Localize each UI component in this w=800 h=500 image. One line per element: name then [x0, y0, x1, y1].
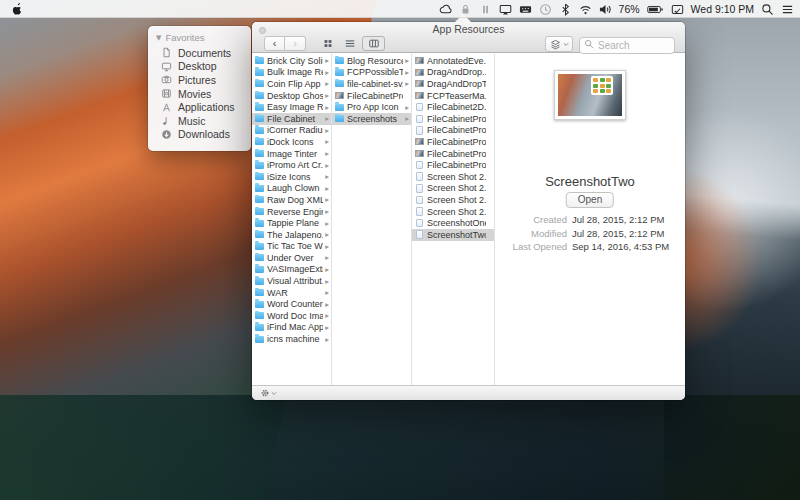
preview-metadata: Created Jul 28, 2015, 2:12 PM Modified J…	[495, 214, 679, 255]
file-icon	[416, 230, 423, 239]
file-row[interactable]: Bulk Image Re... ▸	[252, 67, 331, 79]
sidebar-item-label: Movies	[178, 88, 211, 100]
file-row[interactable]: Screen Shot 2... ▸	[412, 194, 494, 206]
file-row[interactable]: Screen Shot 2... ▸	[412, 171, 494, 183]
file-row[interactable]: Easy Image Re... ▸	[252, 101, 331, 113]
file-icon	[255, 324, 264, 331]
file-row[interactable]: Screen Shot 2... ▸	[412, 183, 494, 195]
notification-center-icon[interactable]	[781, 3, 794, 16]
file-row[interactable]: ScreenshotOne ▸	[412, 217, 494, 229]
file-row[interactable]: iDock Icons ▸	[252, 136, 331, 148]
file-row[interactable]: Reverse Engin... ▸	[252, 206, 331, 218]
file-row[interactable]: Screenshots ▸	[332, 113, 411, 125]
finder-popover-window: App Resources ‹ ›	[252, 22, 685, 400]
favorites-header[interactable]: ▼ Favorites	[148, 26, 251, 46]
sidebar-item-desktop[interactable]: Desktop	[148, 60, 251, 74]
file-row[interactable]: Under Over ▸	[252, 252, 331, 264]
file-row[interactable]: FileCabinetPro... ▸	[412, 113, 494, 125]
file-row[interactable]: iPromo Art Cr... ▸	[252, 159, 331, 171]
disclosure-triangle-icon[interactable]: ▼	[156, 34, 161, 42]
file-row[interactable]: iCorner Radius ▸	[252, 125, 331, 137]
apple-menu-icon[interactable]	[12, 2, 23, 15]
file-row[interactable]: FCPPossibleTe... ▸	[332, 67, 411, 79]
sidebar-item-downloads[interactable]: Downloads	[148, 128, 251, 142]
column-view-button[interactable]	[362, 36, 385, 51]
file-row[interactable]: Desktop Ghost ▸	[252, 90, 331, 102]
file-row[interactable]: iSize Icons ▸	[252, 171, 331, 183]
file-row[interactable]: Pro App Icon ▸	[332, 101, 411, 113]
file-icon	[416, 219, 423, 228]
file-row[interactable]: Screen Shot 2... ▸	[412, 206, 494, 218]
file-row[interactable]: file-cabinet-sv... ▸	[332, 78, 411, 90]
file-icon	[416, 184, 423, 193]
file-row[interactable]: FileCabinet2D... ▸	[412, 101, 494, 113]
status-icon[interactable]	[539, 3, 552, 16]
file-row[interactable]: Tic Tac Toe W... ▸	[252, 241, 331, 253]
forward-button[interactable]: ›	[285, 36, 306, 51]
sidebar-item-documents[interactable]: Documents	[148, 46, 251, 60]
list-view-button[interactable]	[340, 36, 359, 51]
file-row[interactable]: AnnotatedEve... ▸	[412, 55, 494, 67]
app-window-icon[interactable]	[671, 3, 684, 16]
file-row[interactable]: FileCabinetPro... ▸	[412, 136, 494, 148]
file-row[interactable]: FCPTeaserMa... ▸	[412, 90, 494, 102]
file-row[interactable]: FileCabinetPro... ▸	[412, 148, 494, 160]
spotlight-search-icon[interactable]	[761, 3, 774, 16]
file-row[interactable]: Raw Dog XML... ▸	[252, 194, 331, 206]
file-row[interactable]: The Jalapeno... ▸	[252, 229, 331, 241]
file-icon	[255, 57, 264, 64]
file-row[interactable]: FileCabinetPro... ▸	[332, 90, 411, 102]
file-name: iDock Icons	[267, 137, 323, 147]
icon-view-button[interactable]	[318, 36, 337, 51]
file-row[interactable]: File Cabinet ▸	[252, 113, 331, 125]
menu-bar-clock[interactable]: Wed 9:10 PM	[691, 3, 754, 15]
file-row[interactable]: iFind Mac Apps ▸	[252, 322, 331, 334]
file-row[interactable]: Word Counter... ▸	[252, 298, 331, 310]
sidebar-item-pictures[interactable]: Pictures	[148, 73, 251, 87]
status-icon[interactable]	[559, 3, 572, 16]
status-icon[interactable]	[599, 3, 612, 16]
sidebar-item-music[interactable]: Music	[148, 114, 251, 128]
file-row[interactable]: DragAndDrop... ▸	[412, 67, 494, 79]
file-row[interactable]: FileCabinetPro... ▸	[412, 159, 494, 171]
open-button[interactable]: Open	[566, 192, 614, 208]
window-title: App Resources	[252, 22, 685, 36]
status-icon[interactable]	[479, 3, 492, 16]
file-icon	[335, 69, 344, 76]
file-icon	[255, 115, 264, 122]
file-row[interactable]: ScreenshotTwo ▸	[412, 229, 494, 241]
file-row[interactable]: Visual Attribut... ▸	[252, 275, 331, 287]
file-row[interactable]: VASImageExtr... ▸	[252, 264, 331, 276]
sidebar-item-applications[interactable]: Applications	[148, 100, 251, 114]
back-button[interactable]: ‹	[264, 36, 285, 51]
status-icon[interactable]	[519, 3, 532, 16]
file-row[interactable]: Tappie Plane ▸	[252, 217, 331, 229]
file-row[interactable]: Brick City Solit... ▸	[252, 55, 331, 67]
file-name: FCPPossibleTe...	[347, 67, 403, 77]
file-row[interactable]: icns machine ▸	[252, 333, 331, 345]
status-icon[interactable]	[439, 3, 452, 16]
file-row[interactable]: DragAndDropT... ▸	[412, 78, 494, 90]
file-name: FileCabinet2D...	[427, 102, 486, 112]
sidebar-item-movies[interactable]: Movies	[148, 87, 251, 101]
status-icon[interactable]	[499, 3, 512, 16]
file-row[interactable]: Blog Resources ▸	[332, 55, 411, 67]
preview-thumbnail[interactable]	[554, 70, 626, 120]
file-row[interactable]: Image Tinter ▸	[252, 148, 331, 160]
status-icon[interactable]	[579, 3, 592, 16]
file-name: Reverse Engin...	[267, 207, 323, 217]
file-row[interactable]: WAR ▸	[252, 287, 331, 299]
file-row[interactable]: Word Doc Ima... ▸	[252, 310, 331, 322]
action-gear-button[interactable]	[260, 388, 277, 398]
file-row[interactable]: FileCabinetPro... ▸	[412, 125, 494, 137]
file-row[interactable]: Coin Flip App ▸	[252, 78, 331, 90]
arrange-button[interactable]	[545, 36, 573, 52]
file-name: Raw Dog XML...	[267, 195, 323, 205]
file-name: Visual Attribut...	[267, 276, 323, 286]
window-control-dot[interactable]	[259, 27, 266, 34]
sidebar-item-label: Music	[178, 115, 205, 127]
status-icon[interactable]	[459, 3, 472, 16]
meta-row: Created Jul 28, 2015, 2:12 PM	[495, 214, 679, 225]
battery-icon[interactable]	[647, 3, 664, 16]
file-row[interactable]: Laugh Clown ▸	[252, 183, 331, 195]
